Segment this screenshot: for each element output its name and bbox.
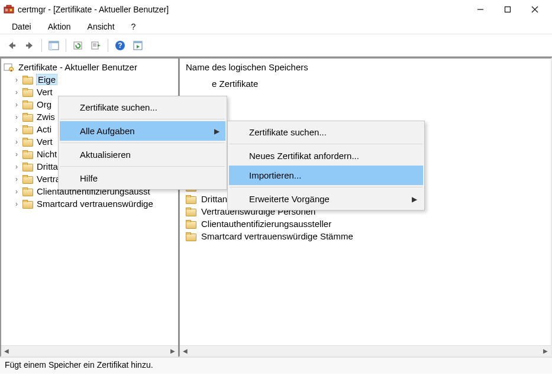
submenu-request-new-certificate[interactable]: Neues Zertifikat anfordern... — [229, 146, 423, 166]
tree-item[interactable]: ›Eige — [1, 73, 178, 86]
tree-item-label: Smartcard vertrauenswürdige — [37, 199, 153, 209]
svg-rect-6 — [505, 7, 511, 12]
folder-icon — [22, 187, 33, 196]
menu-view[interactable]: Ansicht — [79, 21, 123, 33]
expand-icon[interactable]: › — [12, 187, 21, 196]
expand-icon[interactable]: › — [12, 150, 21, 158]
menu-find-certificates[interactable]: Zertifikate suchen... — [60, 98, 225, 117]
folder-icon — [22, 175, 33, 183]
tree-item-label: Eige — [37, 74, 57, 85]
menu-bar: Datei Aktion Ansicht ? — [0, 19, 552, 34]
maximize-button[interactable] — [494, 1, 521, 18]
toolbar-separator — [66, 39, 66, 52]
menu-item-label: Alle Aufgaben — [80, 126, 135, 136]
toolbar-separator — [108, 39, 108, 52]
expand-icon[interactable]: › — [12, 175, 21, 183]
svg-rect-9 — [12, 44, 15, 46]
refresh-button[interactable] — [70, 37, 86, 54]
list-item[interactable]: Smartcard vertrauenswürdige Stämme — [180, 230, 551, 242]
show-hide-tree-button[interactable] — [46, 37, 62, 54]
scroll-track[interactable] — [12, 346, 167, 356]
window-buttons — [467, 1, 548, 18]
svg-rect-22 — [134, 41, 142, 43]
list-item[interactable]: Clientauthentifizierungsaussteller — [180, 218, 551, 230]
folder-icon — [186, 195, 196, 203]
svg-rect-3 — [5, 10, 8, 11]
expand-icon[interactable]: › — [12, 200, 21, 208]
expand-icon[interactable]: › — [12, 125, 21, 134]
horizontal-scrollbar[interactable]: ◀ ▶ — [180, 345, 551, 356]
menu-help[interactable]: ? — [123, 21, 144, 33]
help-button[interactable]: ? — [112, 37, 128, 54]
app-icon — [4, 5, 14, 14]
scroll-right-icon[interactable]: ▶ — [167, 346, 178, 356]
submenu-find-certificates[interactable]: Zertifikate suchen... — [229, 122, 423, 142]
menu-separator — [230, 187, 422, 187]
expand-icon[interactable]: › — [12, 113, 21, 121]
menu-help[interactable]: Hilfe — [60, 169, 225, 188]
menu-separator — [230, 144, 422, 144]
scroll-right-icon[interactable]: ▶ — [540, 346, 551, 356]
list-item[interactable]: e Zertifikate — [180, 77, 551, 90]
menu-item-label: Zertifikate suchen... — [249, 127, 327, 137]
folder-icon — [22, 150, 33, 158]
menu-separator — [60, 166, 225, 167]
list-item-label: e Zertifikate — [212, 79, 258, 89]
list-body[interactable]: e Zertifikate würdige Stammzertifizierun… — [180, 76, 551, 345]
cert-store-icon — [4, 63, 14, 72]
folder-icon — [22, 200, 33, 208]
folder-icon — [22, 76, 33, 84]
back-button[interactable] — [4, 37, 20, 54]
scroll-track[interactable] — [191, 346, 540, 356]
minimize-button[interactable] — [467, 1, 494, 18]
menu-file[interactable]: Datei — [4, 21, 40, 33]
expand-icon[interactable]: › — [12, 88, 21, 96]
menu-all-tasks[interactable]: Alle Aufgaben▶ — [60, 121, 225, 141]
status-text: Fügt einem Speicher ein Zertifikat hinzu… — [5, 360, 153, 370]
svg-rect-10 — [26, 44, 29, 46]
submenu-import[interactable]: Importieren... — [229, 166, 423, 185]
folder-icon — [22, 125, 33, 134]
properties-button[interactable] — [130, 37, 146, 54]
folder-icon — [186, 208, 196, 216]
svg-point-4 — [9, 8, 12, 11]
tree-item-label: Zwis — [37, 112, 55, 122]
menu-action[interactable]: Aktion — [40, 21, 79, 33]
scroll-left-icon[interactable]: ◀ — [1, 346, 12, 356]
submenu-arrow-icon: ▶ — [214, 127, 219, 135]
forward-button[interactable] — [21, 37, 38, 54]
list-item-label: Smartcard vertrauenswürdige Stämme — [201, 231, 353, 241]
menu-refresh[interactable]: Aktualisieren — [60, 145, 225, 164]
expand-icon[interactable]: › — [12, 138, 21, 146]
context-menu: Zertifikate suchen... Alle Aufgaben▶ Akt… — [58, 96, 227, 190]
menu-item-label: Hilfe — [80, 173, 98, 183]
tree-item[interactable]: ›Smartcard vertrauenswürdige — [1, 197, 178, 210]
scroll-left-icon[interactable]: ◀ — [180, 346, 191, 356]
close-button[interactable] — [521, 1, 548, 18]
title-bar: certmgr - [Zertifikate - Aktueller Benut… — [0, 0, 552, 19]
tree-root[interactable]: Zertifikate - Aktueller Benutzer — [1, 61, 178, 73]
list-item-label: Clientauthentifizierungsaussteller — [201, 219, 331, 229]
menu-separator — [60, 142, 225, 143]
expand-icon[interactable]: › — [12, 76, 21, 84]
tree-item-label: Org — [37, 99, 51, 109]
tree-item-label: Acti — [37, 124, 51, 134]
toolbar: ? — [0, 34, 552, 57]
context-submenu-all-tasks: Zertifikate suchen... Neues Zertifikat a… — [227, 121, 425, 210]
folder-icon — [186, 220, 196, 228]
window-title: certmgr - [Zertifikate - Aktueller Benut… — [18, 5, 467, 14]
folder-icon — [22, 88, 33, 96]
expand-icon[interactable]: › — [12, 163, 21, 171]
menu-item-label: Neues Zertifikat anfordern... — [249, 151, 359, 161]
submenu-arrow-icon: ▶ — [412, 195, 417, 203]
export-list-button[interactable] — [88, 37, 104, 54]
svg-rect-15 — [92, 42, 98, 49]
submenu-advanced-operations[interactable]: Erweiterte Vorgänge▶ — [229, 189, 423, 209]
svg-rect-1 — [7, 5, 11, 8]
list-column-header[interactable]: Name des logischen Speichers — [180, 59, 551, 76]
tree-item-label: Vert — [37, 87, 53, 97]
expand-icon[interactable]: › — [12, 101, 21, 109]
svg-rect-2 — [5, 9, 8, 9]
horizontal-scrollbar[interactable]: ◀ ▶ — [1, 345, 178, 356]
folder-icon — [186, 232, 196, 241]
